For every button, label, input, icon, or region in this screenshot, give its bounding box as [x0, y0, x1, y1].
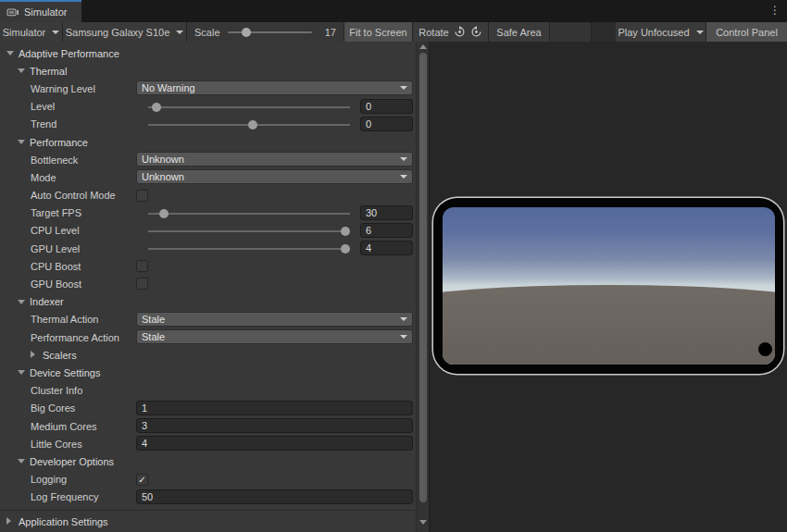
gpu-level-slider-handle[interactable] — [341, 244, 350, 254]
scroll-down-icon[interactable] — [419, 520, 427, 525]
little-cores-text-field[interactable]: 4 — [136, 436, 413, 451]
kebab-menu-icon[interactable]: ⋮ — [769, 4, 781, 18]
cpu-boost-checkbox[interactable] — [136, 260, 148, 272]
foldout-scalers[interactable]: Scalers — [0, 346, 416, 364]
rotate-label: Rotate — [418, 27, 448, 38]
control-panel-label: Control Panel — [716, 27, 778, 38]
trend-label: Trend — [31, 118, 56, 130]
row-performance-action: Performance ActionStale — [0, 328, 416, 346]
performance-action-dropdown[interactable]: Stale — [136, 329, 413, 344]
gpu-level-slider[interactable] — [148, 248, 350, 250]
foldout-indexer[interactable]: Indexer — [0, 293, 416, 311]
log-frequency-label: Log Frequency — [31, 491, 98, 502]
mode-label: Mode — [31, 172, 56, 183]
scale-value: 17 — [319, 27, 336, 38]
warning-level-dropdown-value: No Warning — [142, 82, 195, 93]
device-select-label: Samsung Galaxy S10e — [66, 27, 170, 38]
cluster-info-label: Cluster Info — [31, 385, 82, 396]
gpu-level-label: GPU Level — [31, 243, 80, 254]
target-fps-slider-handle[interactable] — [159, 209, 169, 218]
foldout-arrow-icon — [18, 370, 25, 375]
row-target-fps: Target FPS30 — [0, 204, 416, 222]
foldout-arrow-icon — [18, 140, 25, 144]
row-mode: ModeUnknown — [0, 168, 416, 186]
level-slider-handle[interactable] — [152, 103, 161, 112]
scale-slider[interactable] — [228, 31, 313, 33]
scale-slider-handle[interactable] — [242, 28, 251, 37]
cpu-level-slider[interactable] — [148, 230, 350, 232]
control-panel: Adaptive PerformanceThermalWarning Level… — [0, 42, 416, 532]
row-trend: Trend0 — [0, 116, 416, 133]
log-frequency-text-field[interactable]: 50 — [136, 489, 413, 504]
thermal-action-dropdown[interactable]: Stale — [136, 312, 413, 327]
foldout-arrow-icon — [18, 459, 25, 464]
bottleneck-dropdown[interactable]: Unknown — [136, 152, 413, 167]
adaptive-performance-label: Adaptive Performance — [19, 48, 119, 59]
cpu-boost-label: CPU Boost — [31, 261, 81, 272]
row-cpu-boost: CPU Boost — [0, 257, 416, 275]
mode-dropdown[interactable]: Unknown — [136, 169, 413, 184]
tab-simulator[interactable]: Simulator — [0, 0, 81, 22]
scrollbar-thumb[interactable] — [419, 53, 427, 502]
logging-checkbox[interactable]: ✓ — [136, 474, 148, 486]
chevron-down-icon — [176, 31, 183, 34]
simulator-mode-dropdown[interactable]: Simulator — [0, 22, 63, 42]
level-value-field[interactable]: 0 — [360, 99, 413, 114]
application-settings-label: Application Settings — [19, 516, 108, 527]
simulator-mode-label: Simulator — [3, 27, 45, 38]
row-log-frequency: Log Frequency50 — [0, 489, 416, 506]
bottleneck-dropdown-value: Unknown — [142, 154, 184, 165]
cpu-level-slider-handle[interactable] — [341, 227, 350, 236]
chevron-down-icon — [400, 86, 407, 90]
indexer-label: Indexer — [30, 296, 64, 307]
rotate-cw-icon[interactable] — [454, 26, 466, 38]
panel-scrollbar[interactable] — [416, 42, 429, 532]
foldout-performance[interactable]: Performance — [0, 133, 416, 151]
little-cores-label: Little Cores — [31, 439, 82, 450]
play-unfocused-dropdown[interactable]: Play Unfocused — [616, 22, 706, 42]
device-frame — [433, 198, 783, 374]
foldout-application-settings[interactable]: Application Settings — [0, 511, 416, 532]
level-slider[interactable] — [148, 106, 350, 108]
medium-cores-text-field[interactable]: 3 — [136, 418, 413, 433]
gpu-boost-checkbox[interactable] — [136, 278, 148, 290]
target-fps-slider[interactable] — [148, 213, 350, 215]
fit-to-screen-button[interactable]: Fit to Screen — [344, 22, 413, 42]
row-bottleneck: BottleneckUnknown — [0, 151, 416, 168]
row-level: Level0 — [0, 98, 416, 116]
chevron-down-icon — [400, 157, 407, 161]
row-warning-level: Warning LevelNo Warning — [0, 80, 416, 97]
level-value: 0 — [366, 101, 371, 112]
toolbar-spacer — [592, 22, 616, 42]
cpu-level-value-field[interactable]: 6 — [360, 223, 413, 238]
foldout-thermal[interactable]: Thermal — [0, 62, 416, 80]
gpu-level-value-field[interactable]: 4 — [360, 241, 413, 255]
row-little-cores: Little Cores4 — [0, 435, 416, 452]
safe-area-button[interactable]: Safe Area — [489, 22, 550, 42]
log-frequency-value: 50 — [142, 491, 153, 502]
device-select-dropdown[interactable]: Samsung Galaxy S10e — [63, 22, 187, 42]
foldout-adaptive-performance[interactable]: Adaptive Performance — [0, 44, 416, 62]
rotate-section: Rotate — [413, 22, 489, 42]
auto-control-mode-checkbox[interactable] — [136, 190, 148, 202]
device-screen[interactable] — [443, 207, 775, 365]
big-cores-label: Big Cores — [31, 402, 75, 414]
row-gpu-level: GPU Level4 — [0, 240, 416, 257]
thermal-label: Thermal — [30, 66, 67, 77]
control-panel-button[interactable]: Control Panel — [706, 22, 787, 42]
chevron-down-icon — [400, 317, 407, 321]
scale-label: Scale — [194, 27, 220, 38]
row-cpu-level: CPU Level6 — [0, 222, 416, 240]
scroll-up-icon[interactable] — [419, 44, 427, 49]
rotate-ccw-icon[interactable] — [470, 26, 482, 38]
tab-title: Simulator — [24, 6, 67, 18]
warning-level-dropdown[interactable]: No Warning — [136, 80, 413, 95]
trend-value-field[interactable]: 0 — [360, 117, 413, 131]
foldout-device-settings[interactable]: Device Settings — [0, 364, 416, 381]
big-cores-text-field[interactable]: 1 — [136, 401, 413, 415]
target-fps-value-field[interactable]: 30 — [360, 205, 413, 220]
foldout-developer-options[interactable]: Developer Options — [0, 452, 416, 470]
trend-slider-handle[interactable] — [248, 120, 257, 130]
row-auto-control-mode: Auto Control Mode — [0, 187, 416, 204]
row-medium-cores: Medium Cores3 — [0, 417, 416, 435]
